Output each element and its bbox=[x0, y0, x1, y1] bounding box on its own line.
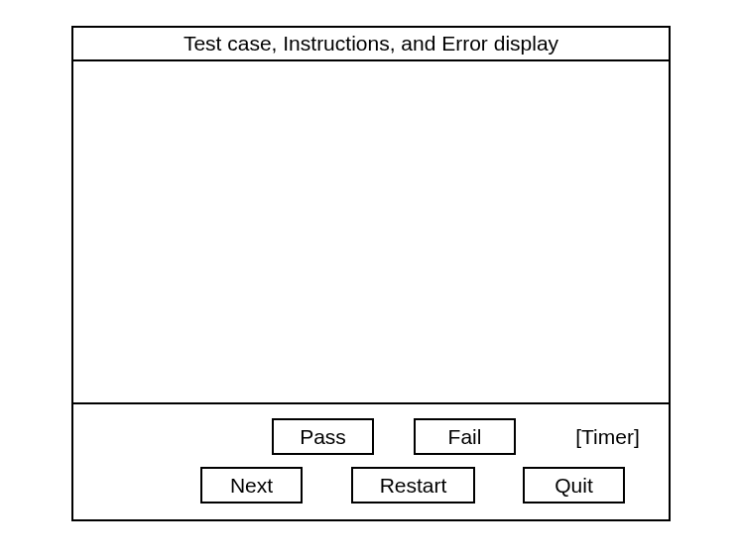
next-button-label: Next bbox=[230, 474, 273, 498]
timer-text: [Timer] bbox=[575, 425, 640, 449]
pass-button[interactable]: Pass bbox=[272, 418, 374, 455]
control-area: Pass Fail [Timer] Next Restart Quit bbox=[73, 404, 669, 519]
quit-button[interactable]: Quit bbox=[523, 467, 625, 504]
header-bar: Test case, Instructions, and Error displ… bbox=[73, 28, 669, 61]
quit-button-label: Quit bbox=[555, 474, 593, 498]
restart-button-label: Restart bbox=[380, 474, 447, 498]
restart-button[interactable]: Restart bbox=[351, 467, 475, 504]
pass-button-label: Pass bbox=[300, 425, 346, 449]
timer-display: [Timer] bbox=[556, 418, 659, 455]
window-frame: Test case, Instructions, and Error displ… bbox=[71, 26, 671, 521]
next-button[interactable]: Next bbox=[200, 467, 303, 504]
header-title: Test case, Instructions, and Error displ… bbox=[184, 32, 558, 56]
content-area bbox=[73, 61, 669, 404]
fail-button-label: Fail bbox=[448, 425, 482, 449]
fail-button[interactable]: Fail bbox=[414, 418, 516, 455]
